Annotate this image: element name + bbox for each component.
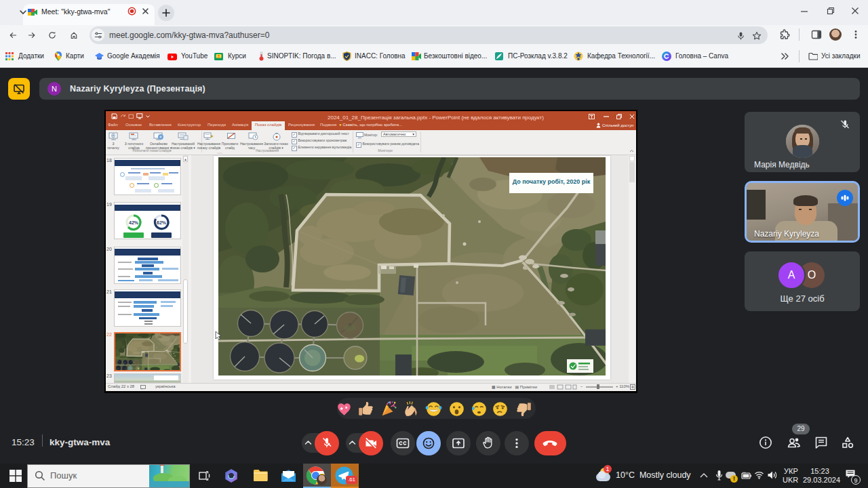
svg-text:62%: 62% — [157, 220, 167, 225]
svg-text:42%: 42% — [129, 220, 139, 225]
